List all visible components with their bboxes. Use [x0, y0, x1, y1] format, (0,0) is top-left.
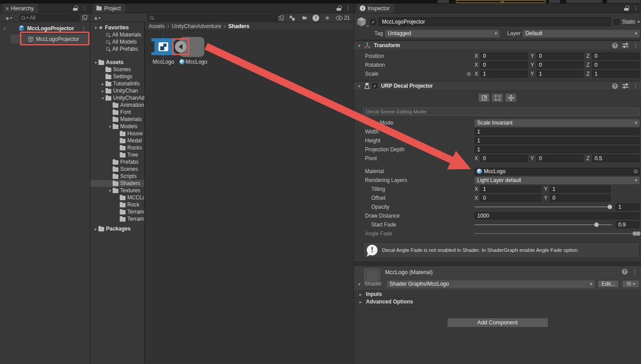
tree-item-all-prefabs[interactable]: All Prefabs — [90, 45, 144, 53]
position-y-field[interactable]: 0 — [536, 53, 584, 60]
transform-header[interactable]: ▾ Transform ? ⋮ — [354, 40, 641, 50]
open-new-window-icon[interactable] — [82, 15, 87, 20]
slider-knob[interactable] — [608, 205, 612, 209]
rendering-layers-dropdown[interactable]: Light Layer default ▾ — [475, 177, 640, 184]
projection-depth-field[interactable]: 1 — [475, 146, 640, 153]
lock-icon[interactable] — [337, 6, 341, 11]
tree-item-packages[interactable]: ▸Packages — [90, 225, 144, 232]
project-search-input[interactable] — [147, 14, 281, 21]
height-field[interactable]: 1 — [475, 137, 640, 144]
slider-knob[interactable] — [594, 222, 599, 227]
tree-item-assets[interactable]: ▾Assets — [90, 59, 144, 66]
filter-by-type-icon[interactable] — [289, 15, 296, 21]
tree-item-scenes[interactable]: Scenes — [90, 166, 144, 173]
hierarchy-search-input[interactable]: ▾ All — [19, 14, 80, 21]
pivot-z-field[interactable]: 0.5 — [592, 155, 640, 162]
kebab-menu-icon[interactable]: ⋮ — [345, 5, 351, 11]
decal-crop-mode-button[interactable] — [491, 93, 503, 102]
tree-item-scenes[interactable]: Scenes — [90, 66, 144, 73]
tree-item-unitychanadventure[interactable]: ▾UnityChanAdventure — [90, 94, 144, 101]
foldout-closed-icon[interactable]: ▸ — [100, 81, 105, 86]
tree-item-mcclogo[interactable]: MCCLogo — [90, 194, 144, 201]
foldout-open-icon[interactable]: ▾ — [93, 60, 98, 65]
tree-item-house[interactable]: House — [90, 130, 144, 137]
tab-project[interactable]: Project — [93, 4, 125, 13]
breadcrumb-unitychanadventure[interactable]: UnityChanAdventure — [172, 23, 221, 29]
filter-by-label-icon[interactable] — [301, 15, 307, 21]
static-checkbox[interactable] — [614, 19, 620, 25]
add-component-button[interactable]: Add Component — [447, 318, 548, 328]
tree-item-scripts[interactable]: Scripts — [90, 173, 144, 180]
opacity-slider[interactable] — [475, 206, 612, 207]
offset-y-field[interactable]: 0 — [550, 194, 611, 202]
hierarchy-child-row[interactable]: MccLogoProjector — [0, 34, 90, 44]
shader-edit-button[interactable]: Edit... — [597, 280, 619, 288]
hierarchy-scene-row[interactable]: ‹ MccLogoProjector ⋮ — [0, 24, 90, 33]
kebab-menu-icon[interactable]: ⋮ — [633, 5, 638, 11]
decal-pivot-mode-button[interactable] — [505, 93, 517, 102]
tree-item-models[interactable]: ▾Models — [90, 123, 144, 130]
kebab-menu-icon[interactable]: ⋮ — [81, 26, 86, 31]
object-picker-icon[interactable]: ⊙ — [633, 168, 638, 174]
slider-max-knob[interactable] — [636, 231, 641, 236]
tag-dropdown[interactable]: Untagged ▾ — [385, 30, 499, 37]
help-icon[interactable]: ? — [612, 43, 618, 49]
foldout-open-icon[interactable]: ▾ — [357, 43, 362, 48]
favorites-star-icon[interactable]: ★ — [325, 14, 330, 21]
tree-item-materials[interactable]: Materials — [90, 116, 144, 123]
shader-graph-asset-icon[interactable] — [151, 36, 175, 58]
tree-item-textures[interactable]: ▾Textures — [90, 187, 144, 194]
advanced-options-foldout[interactable]: ▸ Advanced Options — [354, 298, 641, 305]
kebab-menu-icon[interactable]: ⋮ — [633, 83, 638, 89]
project-create-button[interactable]: + ▾ — [94, 14, 101, 22]
foldout-open-icon[interactable]: ▾ — [357, 282, 362, 287]
tree-item-terrainr[interactable]: TerrainR — [90, 215, 144, 222]
tree-item-shaders[interactable]: Shaders — [90, 180, 144, 187]
kebab-menu-icon[interactable]: ⋮ — [633, 43, 638, 48]
tab-inspector[interactable]: i Inspector — [357, 4, 394, 13]
foldout-open-icon[interactable]: ▾ — [357, 84, 362, 89]
tree-item-animations[interactable]: Animations — [90, 101, 144, 109]
position-x-field[interactable]: 0 — [480, 53, 528, 60]
shader-options-button[interactable]: ▾ — [622, 280, 640, 288]
scale-x-field[interactable]: 1 — [480, 70, 528, 77]
start-fade-slider[interactable] — [475, 224, 612, 225]
material-asset-label[interactable]: MccLogo — [179, 59, 207, 65]
open-search-window-icon[interactable] — [279, 16, 284, 20]
tilling-y-field[interactable]: 1 — [550, 186, 611, 193]
expand-subassets-button[interactable] — [175, 41, 187, 53]
tree-item-favorites[interactable]: ▾★Favorites — [90, 24, 144, 31]
width-field[interactable]: 1 — [475, 128, 640, 135]
breadcrumb-shaders[interactable]: Shaders — [228, 23, 249, 29]
foldout-open-icon[interactable]: ▾ — [93, 25, 98, 30]
lock-icon[interactable] — [73, 6, 77, 11]
tree-item-all-materials[interactable]: All Materials — [90, 31, 144, 38]
decal-scale-mode-button[interactable] — [478, 93, 490, 102]
inputs-foldout[interactable]: ▸ Inputs — [354, 290, 641, 298]
help-icon[interactable]: ? — [612, 83, 618, 89]
presets-icon[interactable] — [622, 83, 629, 89]
tree-item-terrainc[interactable]: TerrainC — [90, 208, 144, 215]
active-checkbox[interactable]: ✓ — [370, 19, 376, 25]
static-flags-caret-icon[interactable]: ▾ — [637, 20, 640, 24]
shader-asset-label[interactable]: MccLogo — [151, 59, 175, 65]
tree-item-settings[interactable]: Settings — [90, 73, 144, 80]
scale-y-field[interactable]: 1 — [536, 70, 584, 77]
foldout-closed-icon[interactable]: ▸ — [93, 226, 98, 231]
position-z-field[interactable]: 0 — [592, 53, 640, 60]
lock-icon[interactable] — [624, 6, 629, 11]
visible-count[interactable]: 21 — [336, 15, 350, 21]
pivot-y-field[interactable]: 0 — [536, 155, 584, 162]
shader-dropdown[interactable]: Shader Graphs/MccLogo ▾ — [387, 280, 595, 288]
foldout-open-icon[interactable]: ▾ — [100, 96, 105, 101]
opacity-value-field[interactable]: 1 — [616, 203, 640, 210]
help-icon[interactable]: ? — [622, 269, 628, 275]
tree-item-tree[interactable]: Tree — [90, 151, 144, 158]
offset-x-field[interactable]: 0 — [480, 194, 541, 202]
rotation-y-field[interactable]: 0 — [536, 61, 584, 69]
kebab-menu-icon[interactable]: ⋮ — [632, 269, 637, 275]
layer-dropdown[interactable]: Default ▾ — [523, 30, 640, 37]
tree-item-unitychan[interactable]: ▸UnityChan — [90, 87, 144, 94]
start-fade-value-field[interactable]: 0.9 — [616, 221, 640, 228]
rotation-x-field[interactable]: 0 — [480, 61, 528, 69]
